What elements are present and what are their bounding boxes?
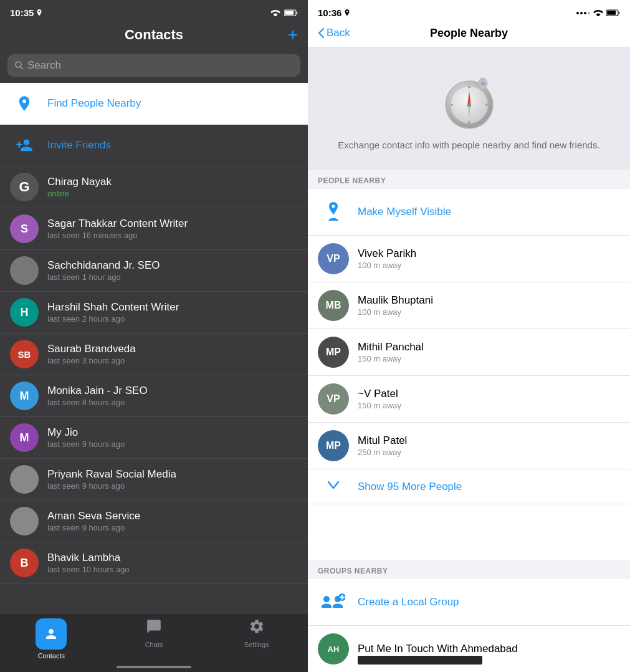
svg-point-16	[467, 103, 471, 107]
hero-section: Exchange contact info with people nearby…	[308, 47, 630, 170]
chirag-status: online	[47, 189, 112, 198]
maulik-text: Maulik Bhuptani 100 m away	[358, 294, 433, 317]
show-more-people-item[interactable]: Show 95 More People	[308, 469, 630, 504]
priyank-avatar	[10, 465, 39, 494]
svg-point-13	[485, 104, 487, 106]
contact-saurab-brandveda[interactable]: SB Saurab Brandveda last seen 3 hours ag…	[0, 334, 308, 375]
status-bar-left: 10:35	[0, 0, 308, 22]
saurab-name: Saurab Brandveda	[47, 343, 136, 355]
find-people-nearby-item[interactable]: Find People Nearby	[0, 83, 308, 125]
sachchidanand-status: last seen 1 hour ago	[47, 272, 160, 282]
svg-rect-5	[607, 11, 616, 15]
mithil-avatar: MP	[318, 337, 349, 368]
mithil-text: Mithil Panchal 150 m away	[358, 341, 424, 363]
contacts-list: Find People Nearby Invite Friends G Chir…	[0, 83, 308, 613]
person-v-patel[interactable]: VP ~V Patel 150 m away	[308, 376, 630, 423]
show-more-icon	[318, 478, 349, 495]
ahmedabad-group-avatar: AH	[318, 633, 349, 665]
invite-icon-item	[10, 131, 39, 160]
contacts-header: Contacts +	[0, 22, 308, 50]
create-group-icon	[318, 587, 349, 618]
mithil-distance: 150 m away	[358, 354, 424, 363]
settings-nav-icon	[249, 618, 265, 638]
nav-contacts[interactable]: Contacts	[0, 618, 103, 660]
search-bar[interactable]: Search	[7, 54, 300, 77]
svg-point-11	[468, 122, 470, 123]
contacts-nav-label: Contacts	[38, 652, 65, 660]
monika-status: last seen 8 hours ago	[47, 398, 148, 407]
make-myself-visible-item[interactable]: Make Myself Visible	[308, 189, 630, 236]
mitul-name: Mitul Patel	[358, 434, 407, 447]
harshil-name: Harshil Shah Content Writer	[47, 301, 179, 314]
put-me-text: Put Me In Touch With Ahmedabad	[358, 643, 518, 655]
maulik-name: Maulik Bhuptani	[358, 294, 433, 307]
bhavik-status: last seen 10 hours ago	[47, 565, 130, 574]
myjio-text: My Jio last seen 9 hours ago	[47, 426, 125, 449]
sachchidanand-avatar	[10, 256, 39, 285]
time-right: 10:36	[318, 7, 341, 18]
bhavik-avatar: B	[10, 549, 39, 577]
put-me-in-touch-item[interactable]: AH Put Me In Touch With Ahmedabad	[308, 626, 630, 672]
home-indicator-left	[117, 666, 191, 668]
priyank-text: Priyank Raval Social Media last seen 9 h…	[47, 468, 176, 491]
mitul-text: Mitul Patel 250 m away	[358, 434, 407, 457]
vivek-name: Vivek Parikh	[358, 247, 416, 260]
search-icon	[15, 61, 24, 70]
invite-friends-text: Invite Friends	[47, 139, 111, 151]
text-highlight-bar	[358, 656, 482, 665]
people-nearby-section-label: PEOPLE NEARBY	[308, 170, 630, 189]
contact-priyank-raval[interactable]: Priyank Raval Social Media last seen 9 h…	[0, 459, 308, 501]
nav-chats[interactable]: Chats	[103, 618, 206, 660]
vpatel-name: ~V Patel	[358, 388, 401, 400]
back-label: Back	[327, 27, 350, 39]
contact-sagar-thakkar[interactable]: S Sagar Thakkar Content Writer last seen…	[0, 208, 308, 250]
person-icon	[44, 626, 59, 641]
contact-monika-jain[interactable]: M Monika Jain - Jr SEO last seen 8 hours…	[0, 375, 308, 417]
chats-nav-icon	[146, 618, 162, 638]
person-mithil-panchal[interactable]: MP Mithil Panchal 150 m away	[308, 329, 630, 376]
contact-harshil-shah[interactable]: H Harshil Shah Content Writer last seen …	[0, 292, 308, 334]
contact-aman-seva[interactable]: Aman Seva Service last seen 9 hours ago	[0, 501, 308, 542]
invite-friends-item[interactable]: Invite Friends	[0, 125, 308, 166]
back-button[interactable]: Back	[318, 27, 350, 39]
contact-chirag-nayak[interactable]: G Chirag Nayak online	[0, 166, 308, 208]
person-mitul-patel[interactable]: MP Mitul Patel 250 m away	[308, 423, 630, 469]
chirag-avatar: G	[10, 173, 39, 201]
nav-settings[interactable]: Settings	[205, 618, 308, 660]
vpatel-text: ~V Patel 150 m away	[358, 388, 401, 410]
wifi-icon-right	[593, 10, 603, 16]
wifi-icon-left	[270, 10, 280, 16]
create-local-group-item[interactable]: Create a Local Group	[308, 579, 630, 626]
myjio-status: last seen 9 hours ago	[47, 439, 125, 449]
contacts-title: Contacts	[125, 27, 183, 43]
right-panel: 10:36 Back People Nearby	[308, 0, 630, 672]
monika-name: Monika Jain - Jr SEO	[47, 385, 148, 397]
page-title: People Nearby	[430, 27, 508, 40]
mitul-avatar: MP	[318, 430, 349, 461]
contact-my-jio[interactable]: M My Jio last seen 9 hours ago	[0, 417, 308, 459]
nav-header-wrapper: Back People Nearby	[318, 27, 620, 39]
create-group-label: Create a Local Group	[358, 596, 459, 608]
svg-point-8	[481, 82, 485, 85]
contacts-nav-icon	[36, 618, 67, 650]
bhavik-text: Bhavik Lambha last seen 10 hours ago	[47, 552, 130, 574]
contact-bhavik-lambha[interactable]: B Bhavik Lambha last seen 10 hours ago	[0, 542, 308, 584]
mithil-name: Mithil Panchal	[358, 341, 424, 353]
mitul-distance: 250 m away	[358, 448, 407, 457]
monika-avatar: M	[10, 382, 39, 410]
person-maulik-bhuptani[interactable]: MB Maulik Bhuptani 100 m away	[308, 282, 630, 329]
saurab-text: Saurab Brandveda last seen 3 hours ago	[47, 343, 136, 365]
person-pin-icon	[322, 201, 345, 223]
person-vivek-parikh[interactable]: VP Vivek Parikh 100 m away	[308, 236, 630, 282]
bhavik-name: Bhavik Lambha	[47, 552, 130, 564]
myjio-avatar: M	[10, 423, 39, 452]
priyank-status: last seen 9 hours ago	[47, 481, 176, 491]
priyank-name: Priyank Raval Social Media	[47, 468, 176, 481]
add-contact-button[interactable]: +	[288, 26, 298, 44]
location-icon-right	[344, 9, 350, 17]
settings-nav-label: Settings	[244, 641, 269, 648]
bottom-nav: Contacts Chats Settings	[0, 613, 308, 672]
svg-rect-1	[285, 11, 294, 15]
sagar-name: Sagar Thakkar Content Writer	[47, 218, 188, 230]
contact-sachchidanand[interactable]: Sachchidanand Jr. SEO last seen 1 hour a…	[0, 250, 308, 292]
